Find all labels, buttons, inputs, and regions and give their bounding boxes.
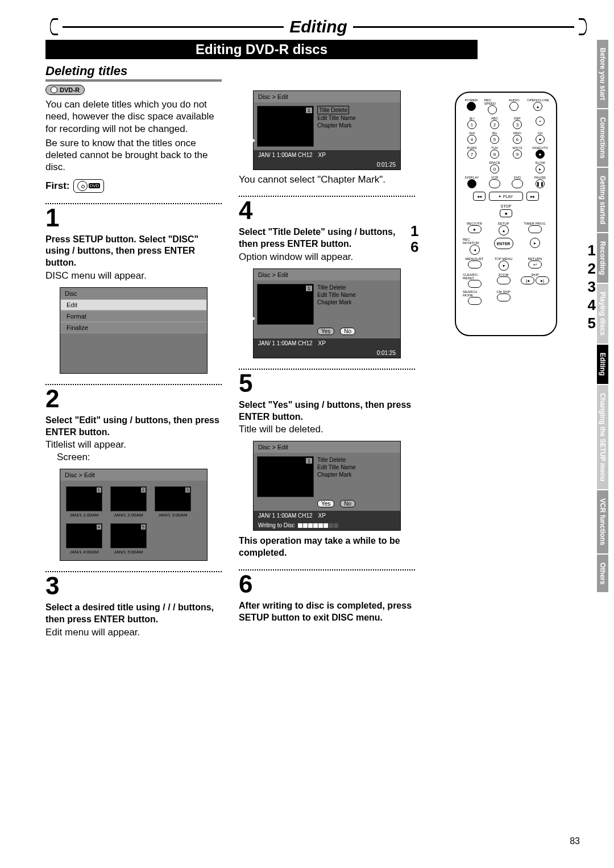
skip-back-icon: |◂ bbox=[521, 276, 534, 284]
power-button-icon bbox=[467, 102, 476, 111]
osd-no-button: No bbox=[340, 500, 355, 507]
play-row: ◂◂ ▸ PLAY ▸▸ bbox=[463, 192, 549, 201]
step-6-number: 6 bbox=[239, 572, 415, 597]
step-separator bbox=[45, 384, 222, 385]
column-right: 1 6 1 2 3 4 5 POWER REC SPEED AUDIO OPEN… bbox=[432, 85, 580, 638]
enter-button: ENTER bbox=[494, 238, 513, 249]
tab-connections[interactable]: Connections bbox=[597, 109, 608, 167]
rec-button-icon: ● bbox=[468, 225, 482, 233]
step-1-instruction: Press SETUP button. Select "DISC" using … bbox=[45, 234, 222, 269]
title-thumbnail: 1JAN/1 1:00AM bbox=[66, 486, 102, 518]
disc-icon bbox=[51, 86, 57, 93]
osd-preview: 1 bbox=[257, 106, 314, 147]
tab-before-you-start[interactable]: Before you start bbox=[597, 40, 608, 108]
step-5-result: Title will be deleted. bbox=[239, 424, 415, 435]
play-triangle-icon bbox=[251, 315, 255, 322]
section-heading: Deleting titles bbox=[45, 64, 222, 81]
chapter-bar: Editing bbox=[45, 17, 591, 36]
osd-statusbar: JAN/ 1 1:00AM CH12XP bbox=[254, 150, 400, 160]
step-separator bbox=[45, 571, 222, 572]
tab-recording[interactable]: Recording bbox=[597, 233, 608, 283]
title-thumbnail: 3JAN/1 3:00AM bbox=[155, 486, 191, 518]
writing-note: This operation may take a while to be co… bbox=[239, 535, 415, 559]
osd-menu-item: Finalize bbox=[60, 322, 207, 333]
step-separator bbox=[45, 203, 222, 204]
callout-right-4: 4 bbox=[588, 296, 596, 314]
chapter-title: Editing bbox=[284, 17, 353, 36]
play-triangle-icon bbox=[251, 137, 255, 144]
step-6-instruction: After writing to disc is completed, pres… bbox=[239, 600, 415, 624]
osd-menu-item: Format bbox=[60, 311, 207, 322]
osd-edit-menu: Disc > Edit 1 Title Delete Edit Title Na… bbox=[253, 90, 401, 170]
eject-icon: ▴ bbox=[533, 102, 542, 111]
osd-menu-list: Title Delete Edit Title Name Chapter Mar… bbox=[317, 106, 356, 129]
osd-disc-menu: Disc Edit Format Finalize bbox=[60, 287, 208, 374]
chapter-mark-note: You cannot select "Chapter Mark". bbox=[239, 173, 415, 185]
osd-time: 0:01:25 bbox=[254, 160, 400, 170]
tab-vcr-functions[interactable]: VCR functions bbox=[597, 490, 608, 553]
osd-titlelist: Disc > Edit 1JAN/1 1:00AM 2JAN/1 2:00AM … bbox=[60, 469, 208, 561]
column-left: DVD-R You can delete titles which you do… bbox=[45, 85, 222, 638]
first-label: First: bbox=[45, 180, 70, 192]
callout-left-6: 6 bbox=[410, 238, 418, 256]
callout-right-2: 2 bbox=[588, 260, 596, 278]
osd-yes-button: Yes bbox=[317, 500, 334, 507]
tab-changing-setup[interactable]: Changing the SETUP menu bbox=[597, 385, 608, 489]
step-5-number: 5 bbox=[239, 371, 415, 396]
step-4-instruction: Select "Title Delete" using / buttons, t… bbox=[239, 226, 415, 250]
osd-confirm-dialog: Disc > Edit 1 Title Delete Edit Title Na… bbox=[253, 268, 401, 358]
side-tabs: Before you start Connections Getting sta… bbox=[597, 40, 608, 593]
callout-right-1: 1 bbox=[588, 242, 596, 259]
tab-others[interactable]: Others bbox=[597, 555, 608, 593]
rewind-icon: ◂◂ bbox=[473, 192, 486, 201]
step-2-number: 2 bbox=[45, 386, 222, 411]
step-3-number: 3 bbox=[45, 573, 222, 598]
osd-head: Disc > Edit bbox=[60, 469, 207, 481]
osd-yes-no: Yes No bbox=[317, 328, 356, 335]
osd-head: Disc bbox=[60, 288, 207, 299]
left-arrow-icon: ◂ bbox=[470, 245, 480, 255]
title-thumbnail: 4JAN/1 4:00AM bbox=[66, 523, 102, 555]
osd-no-button: No bbox=[340, 328, 355, 335]
right-arrow-icon: ▸ bbox=[530, 238, 540, 248]
step-2-result: Titlelist will appear. bbox=[45, 439, 222, 450]
step-4-result: Option window will appear. bbox=[239, 251, 415, 263]
step-separator bbox=[239, 196, 415, 197]
tab-getting-started[interactable]: Getting started bbox=[597, 168, 608, 232]
step-1-result: DISC menu will appear. bbox=[45, 270, 222, 282]
title-thumbnail: 2JAN/1 2:00AM bbox=[110, 486, 147, 518]
bracket-right bbox=[579, 18, 587, 35]
step-3-result: Edit menu will appear. bbox=[45, 627, 222, 638]
step-3-instruction: Select a desired title using / / / butto… bbox=[45, 602, 222, 626]
step-2-instruction: Select "Edit" using / buttons, then pres… bbox=[45, 415, 222, 439]
column-middle: Disc > Edit 1 Title Delete Edit Title Na… bbox=[239, 85, 415, 638]
play-button: ▸ PLAY bbox=[489, 192, 523, 201]
tab-playing-discs[interactable]: Playing discs bbox=[597, 284, 608, 344]
bracket-left bbox=[50, 18, 59, 35]
tab-editing[interactable]: Editing bbox=[597, 345, 608, 384]
skip-fwd-icon: ▸| bbox=[536, 276, 549, 284]
page-title-band: Editing DVD-R discs bbox=[45, 40, 478, 59]
step-4-number: 4 bbox=[239, 198, 415, 223]
down-arrow-icon: ▾ bbox=[499, 261, 509, 271]
step-separator bbox=[239, 369, 415, 370]
page-number: 83 bbox=[570, 836, 580, 846]
step-5-instruction: Select "Yes" using / buttons, then press… bbox=[239, 399, 415, 423]
osd-writing-dialog: Disc > Edit 1 Title Delete Edit Title Na… bbox=[253, 441, 401, 531]
intro-paragraph-2: Be sure to know that the titles once del… bbox=[45, 137, 222, 173]
step-2-screen-label: Screen: bbox=[45, 452, 222, 463]
osd-yes-button: Yes bbox=[317, 328, 334, 335]
stop-icon: ■ bbox=[500, 209, 512, 217]
step-separator bbox=[239, 569, 415, 571]
return-icon: ↩ bbox=[528, 261, 542, 268]
badge-label: DVD-R bbox=[60, 86, 80, 93]
intro-paragraph-1: You can delete titles which you do not n… bbox=[45, 98, 222, 135]
callout-left-1: 1 bbox=[410, 222, 418, 240]
dvd-disc-icon: DVD bbox=[73, 179, 105, 193]
stop-row: STOP ■ bbox=[463, 204, 549, 217]
osd-menu-item: Edit bbox=[60, 299, 207, 311]
osd-progress: Writing to Disc bbox=[254, 520, 400, 530]
osd-head: Disc > Edit bbox=[254, 91, 400, 102]
ffwd-icon: ▸▸ bbox=[526, 192, 539, 201]
remote-control-diagram: POWER REC SPEED AUDIO OPEN/CLOSE▴ @./1 A… bbox=[455, 92, 557, 336]
